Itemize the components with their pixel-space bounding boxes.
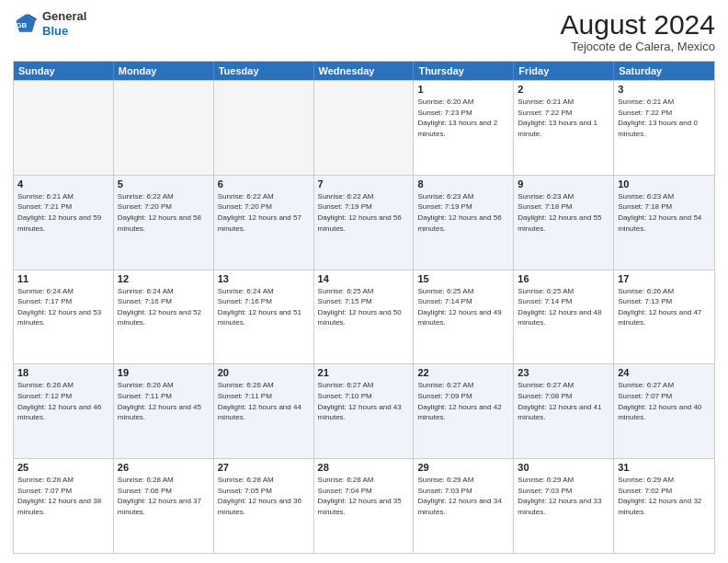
header: GB General Blue August 2024 Tejocote de … xyxy=(13,9,715,53)
cell-info: Sunrise: 6:25 AM Sunset: 7:15 PM Dayligh… xyxy=(318,286,410,328)
day-number: 15 xyxy=(417,273,509,284)
day-header-friday: Friday xyxy=(514,62,614,80)
calendar-cell: 17Sunrise: 6:26 AM Sunset: 7:13 PM Dayli… xyxy=(614,270,714,364)
cell-info: Sunrise: 6:22 AM Sunset: 7:19 PM Dayligh… xyxy=(318,191,410,234)
day-number: 17 xyxy=(618,273,711,284)
cell-info: Sunrise: 6:25 AM Sunset: 7:14 PM Dayligh… xyxy=(417,286,509,328)
month-year: August 2024 xyxy=(561,9,715,40)
day-number: 26 xyxy=(118,462,210,473)
day-header-saturday: Saturday xyxy=(614,62,714,80)
calendar-cell: 25Sunrise: 6:28 AM Sunset: 7:07 PM Dayli… xyxy=(14,459,114,553)
calendar-cell: 5Sunrise: 6:22 AM Sunset: 7:20 PM Daylig… xyxy=(114,176,214,270)
calendar-cell: 29Sunrise: 6:29 AM Sunset: 7:03 PM Dayli… xyxy=(414,459,514,553)
cell-info: Sunrise: 6:29 AM Sunset: 7:02 PM Dayligh… xyxy=(618,475,711,517)
cell-info: Sunrise: 6:22 AM Sunset: 7:20 PM Dayligh… xyxy=(218,191,310,234)
svg-text:GB: GB xyxy=(17,20,28,29)
cell-info: Sunrise: 6:27 AM Sunset: 7:09 PM Dayligh… xyxy=(417,380,509,422)
day-number: 25 xyxy=(17,462,109,473)
calendar-cell xyxy=(314,81,415,175)
cell-info: Sunrise: 6:24 AM Sunset: 7:16 PM Dayligh… xyxy=(118,286,210,328)
day-number: 8 xyxy=(417,178,509,190)
calendar-body: 1Sunrise: 6:20 AM Sunset: 7:23 PM Daylig… xyxy=(14,80,714,553)
logo-text: General Blue xyxy=(42,9,86,38)
calendar-cell: 3Sunrise: 6:21 AM Sunset: 7:22 PM Daylig… xyxy=(614,81,714,175)
day-number: 3 xyxy=(618,84,711,95)
calendar-cell: 10Sunrise: 6:23 AM Sunset: 7:18 PM Dayli… xyxy=(614,176,714,270)
day-number: 30 xyxy=(518,462,609,473)
calendar-row-1: 1Sunrise: 6:20 AM Sunset: 7:23 PM Daylig… xyxy=(14,80,714,175)
title-section: August 2024 Tejocote de Calera, Mexico xyxy=(561,9,715,53)
logo-general: General xyxy=(42,9,86,24)
cell-info: Sunrise: 6:29 AM Sunset: 7:03 PM Dayligh… xyxy=(518,475,609,517)
day-number: 18 xyxy=(17,367,109,378)
day-number: 28 xyxy=(318,462,410,473)
day-number: 4 xyxy=(17,178,109,190)
cell-info: Sunrise: 6:23 AM Sunset: 7:18 PM Dayligh… xyxy=(618,191,711,234)
logo-blue: Blue xyxy=(42,24,86,39)
cell-info: Sunrise: 6:26 AM Sunset: 7:11 PM Dayligh… xyxy=(118,380,210,422)
day-header-tuesday: Tuesday xyxy=(214,62,314,80)
day-header-wednesday: Wednesday xyxy=(314,62,415,80)
calendar-cell: 16Sunrise: 6:25 AM Sunset: 7:14 PM Dayli… xyxy=(514,270,614,364)
calendar-cell: 21Sunrise: 6:27 AM Sunset: 7:10 PM Dayli… xyxy=(314,364,415,458)
day-header-sunday: Sunday xyxy=(14,62,114,80)
calendar-cell: 28Sunrise: 6:28 AM Sunset: 7:04 PM Dayli… xyxy=(314,459,415,553)
day-number: 5 xyxy=(118,178,210,190)
cell-info: Sunrise: 6:26 AM Sunset: 7:12 PM Dayligh… xyxy=(17,380,109,422)
calendar-cell: 20Sunrise: 6:26 AM Sunset: 7:11 PM Dayli… xyxy=(214,364,314,458)
cell-info: Sunrise: 6:23 AM Sunset: 7:19 PM Dayligh… xyxy=(417,191,509,234)
cell-info: Sunrise: 6:26 AM Sunset: 7:13 PM Dayligh… xyxy=(618,286,711,328)
day-number: 22 xyxy=(417,367,509,378)
day-number: 2 xyxy=(518,84,609,95)
day-number: 21 xyxy=(318,367,410,378)
calendar-cell: 31Sunrise: 6:29 AM Sunset: 7:02 PM Dayli… xyxy=(614,459,714,553)
day-number: 29 xyxy=(417,462,509,473)
day-number: 23 xyxy=(518,367,609,378)
calendar-cell: 22Sunrise: 6:27 AM Sunset: 7:09 PM Dayli… xyxy=(414,364,514,458)
calendar-cell: 18Sunrise: 6:26 AM Sunset: 7:12 PM Dayli… xyxy=(14,364,114,458)
cell-info: Sunrise: 6:25 AM Sunset: 7:14 PM Dayligh… xyxy=(518,286,609,328)
day-number: 24 xyxy=(618,367,711,378)
calendar-row-3: 11Sunrise: 6:24 AM Sunset: 7:17 PM Dayli… xyxy=(14,270,714,364)
calendar-cell: 26Sunrise: 6:28 AM Sunset: 7:06 PM Dayli… xyxy=(114,459,214,553)
day-number: 6 xyxy=(218,178,310,190)
day-number: 13 xyxy=(218,273,310,284)
day-number: 11 xyxy=(17,273,109,284)
calendar-cell: 12Sunrise: 6:24 AM Sunset: 7:16 PM Dayli… xyxy=(114,270,214,364)
calendar-cell: 4Sunrise: 6:21 AM Sunset: 7:21 PM Daylig… xyxy=(14,176,114,270)
cell-info: Sunrise: 6:27 AM Sunset: 7:08 PM Dayligh… xyxy=(518,380,609,422)
cell-info: Sunrise: 6:21 AM Sunset: 7:21 PM Dayligh… xyxy=(17,191,109,234)
calendar-cell: 11Sunrise: 6:24 AM Sunset: 7:17 PM Dayli… xyxy=(14,270,114,364)
calendar-cell: 7Sunrise: 6:22 AM Sunset: 7:19 PM Daylig… xyxy=(314,176,415,270)
calendar-row-4: 18Sunrise: 6:26 AM Sunset: 7:12 PM Dayli… xyxy=(14,363,714,458)
day-number: 16 xyxy=(518,273,609,284)
day-header-monday: Monday xyxy=(114,62,214,80)
cell-info: Sunrise: 6:24 AM Sunset: 7:17 PM Dayligh… xyxy=(17,286,109,328)
calendar-cell: 24Sunrise: 6:27 AM Sunset: 7:07 PM Dayli… xyxy=(614,364,714,458)
day-number: 27 xyxy=(218,462,310,473)
cell-info: Sunrise: 6:28 AM Sunset: 7:06 PM Dayligh… xyxy=(118,475,210,517)
cell-info: Sunrise: 6:20 AM Sunset: 7:23 PM Dayligh… xyxy=(417,97,509,139)
cell-info: Sunrise: 6:24 AM Sunset: 7:16 PM Dayligh… xyxy=(218,286,310,328)
cell-info: Sunrise: 6:28 AM Sunset: 7:04 PM Dayligh… xyxy=(318,475,410,517)
cell-info: Sunrise: 6:28 AM Sunset: 7:05 PM Dayligh… xyxy=(218,475,310,517)
day-number: 1 xyxy=(417,84,509,95)
calendar-cell: 8Sunrise: 6:23 AM Sunset: 7:19 PM Daylig… xyxy=(414,176,514,270)
cell-info: Sunrise: 6:21 AM Sunset: 7:22 PM Dayligh… xyxy=(618,97,711,139)
calendar-cell: 2Sunrise: 6:21 AM Sunset: 7:22 PM Daylig… xyxy=(514,81,614,175)
calendar-cell: 1Sunrise: 6:20 AM Sunset: 7:23 PM Daylig… xyxy=(414,81,514,175)
calendar-cell xyxy=(214,81,314,175)
calendar-row-2: 4Sunrise: 6:21 AM Sunset: 7:21 PM Daylig… xyxy=(14,175,714,270)
day-number: 12 xyxy=(118,273,210,284)
calendar-cell: 15Sunrise: 6:25 AM Sunset: 7:14 PM Dayli… xyxy=(414,270,514,364)
cell-info: Sunrise: 6:29 AM Sunset: 7:03 PM Dayligh… xyxy=(417,475,509,517)
calendar-cell: 19Sunrise: 6:26 AM Sunset: 7:11 PM Dayli… xyxy=(114,364,214,458)
calendar-header: SundayMondayTuesdayWednesdayThursdayFrid… xyxy=(14,62,714,80)
cell-info: Sunrise: 6:27 AM Sunset: 7:10 PM Dayligh… xyxy=(318,380,410,422)
cell-info: Sunrise: 6:26 AM Sunset: 7:11 PM Dayligh… xyxy=(218,380,310,422)
day-header-thursday: Thursday xyxy=(414,62,514,80)
cell-info: Sunrise: 6:28 AM Sunset: 7:07 PM Dayligh… xyxy=(17,475,109,517)
page: GB General Blue August 2024 Tejocote de … xyxy=(0,0,728,563)
calendar-cell: 23Sunrise: 6:27 AM Sunset: 7:08 PM Dayli… xyxy=(514,364,614,458)
calendar-cell: 14Sunrise: 6:25 AM Sunset: 7:15 PM Dayli… xyxy=(314,270,415,364)
